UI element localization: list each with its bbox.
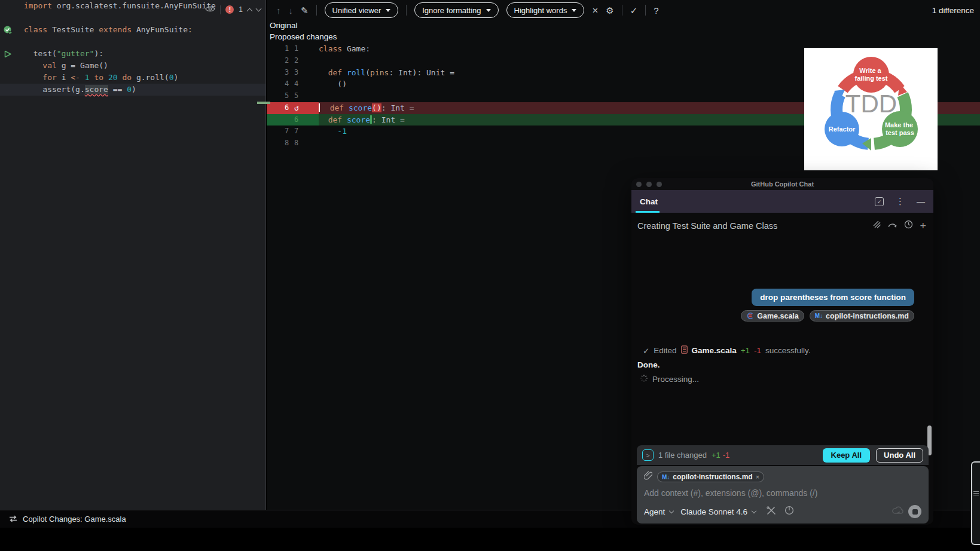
kebab-menu-icon[interactable]: ⋮ bbox=[896, 196, 905, 207]
chat-input-field[interactable]: Add context (#), extensions (@), command… bbox=[644, 488, 921, 498]
change-scroll-marker bbox=[257, 102, 270, 104]
redo-icon[interactable] bbox=[888, 221, 897, 231]
screen: import org.scalatest.funsuite.AnyFunSuit… bbox=[0, 0, 980, 551]
tdd-top-label-1: Write a bbox=[859, 67, 881, 74]
markdown-icon: M↓ bbox=[662, 474, 670, 480]
prev-error-icon[interactable] bbox=[247, 8, 253, 14]
line-number: 2 bbox=[294, 55, 304, 67]
highlight-dropdown[interactable]: Highlight words bbox=[506, 2, 585, 18]
run-class-gutter-icon[interactable] bbox=[4, 26, 13, 38]
close-icon[interactable]: × bbox=[592, 5, 598, 16]
code-token: pins bbox=[370, 68, 389, 77]
edited-file-name[interactable]: Game.scala bbox=[692, 346, 737, 355]
error-badge-icon[interactable]: ! bbox=[225, 5, 234, 14]
code-token: do bbox=[122, 73, 136, 82]
chat-input-panel[interactable]: M↓ copilot-instructions.md × Add context… bbox=[637, 466, 929, 524]
chip-label: Game.scala bbox=[757, 312, 799, 320]
chat-titlebar[interactable]: GitHub Copilot Chat bbox=[631, 178, 933, 190]
edited-prefix: Edited bbox=[654, 346, 676, 355]
formatting-dropdown[interactable]: Ignore formatting bbox=[414, 2, 498, 18]
tdd-center-label: TDD bbox=[845, 90, 897, 118]
code-token bbox=[319, 115, 328, 124]
history-clock-icon[interactable] bbox=[904, 220, 913, 231]
diff-toolbar: ↑ ↓ ✎ Unified viewer Ignore formatting H… bbox=[267, 0, 980, 20]
code-token: ) bbox=[174, 73, 179, 82]
code-token: : Int = bbox=[372, 115, 405, 124]
code-token: org.scalatest.funsuite.AnyFunSuite bbox=[57, 1, 216, 10]
code-token: 1 bbox=[85, 73, 90, 82]
file-changes-bar: > 1 file changed +1 -1 Keep All Undo All bbox=[637, 445, 929, 465]
cloud-send-icon bbox=[892, 506, 905, 517]
tab-chat[interactable]: Chat bbox=[640, 197, 658, 206]
apply-check-icon[interactable]: ✓ bbox=[630, 6, 638, 15]
eye-icon[interactable] bbox=[205, 4, 215, 15]
usage-gauge-icon[interactable] bbox=[784, 506, 794, 518]
tools-icon[interactable] bbox=[767, 506, 776, 518]
code-token bbox=[320, 103, 330, 112]
code-token: val bbox=[42, 61, 61, 70]
thread-title: Creating Test Suite and Game Class bbox=[637, 221, 777, 231]
minimize-icon[interactable]: — bbox=[917, 197, 925, 206]
code-token: for bbox=[42, 73, 61, 82]
code-line[interactable] bbox=[0, 36, 265, 48]
code-line[interactable]: test("gutter"): bbox=[0, 48, 265, 60]
undo-all-button[interactable]: Undo All bbox=[876, 448, 923, 463]
code-line[interactable]: for i <- 1 to 20 do g.roll(0) bbox=[0, 72, 265, 84]
code-token: def bbox=[328, 68, 347, 77]
run-test-gutter-icon[interactable] bbox=[4, 50, 12, 60]
status-label[interactable]: Copilot Changes: Game.scala bbox=[23, 515, 126, 524]
code-line[interactable]: class TestSuite extends AnyFunSuite: bbox=[0, 24, 265, 36]
highlight-label: Highlight words bbox=[514, 6, 567, 15]
expand-changes-button[interactable]: > bbox=[642, 449, 654, 461]
code-token: def bbox=[328, 115, 347, 124]
line-number: 1 bbox=[294, 43, 304, 55]
tdd-diagram-image: TDD Write a failing test Make the test p… bbox=[804, 48, 938, 170]
code-token: : Int): Unit = bbox=[389, 68, 454, 77]
code-token: ): bbox=[94, 49, 103, 58]
gear-icon[interactable]: ⚙ bbox=[606, 6, 613, 15]
code-token: ( bbox=[365, 68, 370, 77]
dock-to-ide-icon[interactable]: ↙ bbox=[875, 197, 884, 206]
line-number: 1 bbox=[285, 43, 294, 55]
tdd-left-label: Refactor bbox=[829, 125, 856, 133]
next-change-icon[interactable]: ↓ bbox=[289, 6, 294, 15]
input-context-chip[interactable]: M↓ copilot-instructions.md × bbox=[657, 472, 764, 482]
background-window-edge[interactable] bbox=[971, 461, 980, 545]
added-count: +1 bbox=[741, 346, 750, 355]
code-token bbox=[24, 73, 42, 82]
stop-button[interactable] bbox=[908, 505, 921, 518]
diff-gutter: 55 bbox=[267, 90, 319, 102]
code-line[interactable]: val g = Game() bbox=[0, 60, 265, 72]
keep-all-button[interactable]: Keep All bbox=[823, 448, 871, 463]
paperclip-icon[interactable] bbox=[644, 471, 652, 483]
changes-count-label: 1 file changed bbox=[658, 451, 707, 460]
code-line[interactable]: assert(g.score == 0) bbox=[0, 84, 265, 96]
prev-change-icon[interactable]: ↑ bbox=[276, 6, 281, 15]
help-icon[interactable]: ? bbox=[654, 6, 658, 15]
line-number: 3 bbox=[285, 67, 294, 79]
edit-icon[interactable]: ✎ bbox=[301, 6, 309, 15]
revert-icon[interactable]: ↺ bbox=[294, 102, 304, 114]
code-token: Game: bbox=[347, 44, 370, 53]
code-token: AnyFunSuite: bbox=[136, 25, 193, 34]
diff-gutter: 6 bbox=[267, 114, 319, 126]
processing-row: Processing... bbox=[640, 374, 699, 384]
remove-chip-icon[interactable]: × bbox=[756, 473, 759, 480]
inspection-widget[interactable]: ! 1 bbox=[205, 3, 261, 16]
agent-mode-dropdown[interactable]: Agent bbox=[644, 507, 665, 516]
context-chip-copilot-instructions[interactable]: M↓ copilot-instructions.md bbox=[810, 310, 914, 322]
next-error-icon[interactable] bbox=[256, 5, 262, 11]
line-number: 7 bbox=[294, 125, 304, 137]
attach-icon[interactable] bbox=[872, 220, 881, 231]
changes-icon bbox=[8, 514, 18, 525]
code-token: class bbox=[24, 25, 52, 34]
diff-gutter: 6↺ bbox=[267, 102, 319, 114]
new-chat-icon[interactable]: + bbox=[920, 221, 926, 231]
code-token: 0 bbox=[127, 85, 132, 94]
done-message: Done. bbox=[637, 360, 660, 369]
code-token bbox=[24, 61, 42, 70]
context-chip-game-scala[interactable]: Game.scala bbox=[741, 310, 804, 322]
model-dropdown[interactable]: Claude Sonnet 4.6 bbox=[680, 507, 747, 516]
viewer-mode-dropdown[interactable]: Unified viewer bbox=[325, 2, 399, 18]
code-token: to bbox=[94, 73, 108, 82]
